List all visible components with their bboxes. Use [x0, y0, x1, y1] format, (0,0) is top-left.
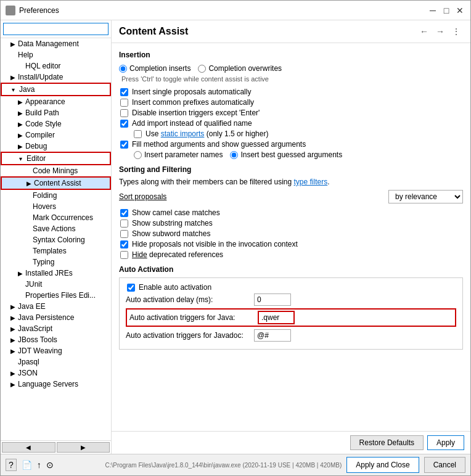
sidebar-item-jpasql[interactable]: Jpasql: [1, 356, 111, 367]
footer-right: C:\Program Files\Java\jre1.8.0_144\bin\j…: [105, 457, 465, 473]
expand-arrow: ▶: [10, 303, 17, 310]
sidebar-item-javascript[interactable]: ▶ JavaScript: [1, 323, 111, 334]
enable-auto-activation-checkbox[interactable]: [127, 284, 135, 292]
sidebar-item-editor[interactable]: ▾ Editor: [1, 152, 111, 165]
expand-arrow: ▾: [19, 155, 25, 162]
insert-parameter-names-text: Insert parameter names: [144, 150, 223, 159]
static-imports-link[interactable]: static imports: [161, 129, 205, 138]
sort-proposals-select[interactable]: by relevance alphabetically: [388, 190, 463, 203]
fill-method-arguments-checkbox[interactable]: [120, 141, 128, 149]
sidebar-item-hql-editor[interactable]: HQL editor: [1, 60, 111, 72]
sidebar-item-templates[interactable]: Templates: [1, 245, 111, 256]
cancel-button[interactable]: Cancel: [424, 457, 465, 473]
sidebar-item-label: Syntax Coloring: [33, 236, 85, 244]
sidebar-item-typing[interactable]: Typing: [1, 256, 111, 268]
restore-defaults-button[interactable]: Restore Defaults: [350, 435, 424, 450]
expand-arrow: ▶: [18, 270, 24, 277]
sidebar-item-properties-files[interactable]: Properties Files Edi...: [1, 290, 111, 301]
insert-common-prefixes-checkbox[interactable]: [120, 99, 128, 107]
title-bar: Preferences ─ □ ✕: [1, 1, 470, 20]
enable-auto-activation-label[interactable]: Enable auto activation: [139, 283, 211, 292]
java-triggers-row: Auto activation triggers for Java:: [126, 308, 456, 327]
type-filters-link[interactable]: type filters: [293, 178, 327, 186]
insert-parameter-names-label[interactable]: Insert parameter names: [134, 150, 223, 159]
document-icon[interactable]: 📄: [22, 460, 32, 470]
hide-proposals-label[interactable]: Hide proposals not visible in the invoca…: [132, 240, 298, 248]
show-camel-case-checkbox[interactable]: [120, 209, 128, 217]
sidebar-item-debug[interactable]: ▶ Debug: [1, 141, 111, 152]
use-static-imports-checkbox[interactable]: [134, 130, 142, 138]
sidebar-item-code-minings[interactable]: Code Minings: [1, 165, 111, 176]
circle-icon[interactable]: ⊙: [46, 460, 54, 470]
show-substring-label[interactable]: Show substring matches: [132, 219, 213, 228]
minimize-button[interactable]: ─: [427, 5, 438, 16]
show-subword-label[interactable]: Show subword matches: [132, 229, 210, 238]
use-static-imports-label[interactable]: Use static imports (only 1.5 or higher): [145, 129, 268, 138]
insert-parameter-names-radio[interactable]: [134, 151, 142, 159]
apply-and-close-button[interactable]: Apply and Close: [346, 457, 419, 473]
right-panel: Content Assist ← → ⋮ Insertion Completio…: [112, 20, 470, 454]
expand-arrow: ▶: [10, 74, 17, 81]
sidebar-item-language-servers[interactable]: ▶ Language Servers: [1, 379, 111, 390]
fill-method-arguments-label[interactable]: Fill method arguments and show guessed a…: [132, 140, 306, 149]
sidebar-item-build-path[interactable]: ▶ Build Path: [1, 107, 111, 118]
expand-arrow: ▶: [10, 326, 17, 332]
insert-single-label[interactable]: Insert single proposals automatically: [132, 88, 251, 96]
sidebar-item-data-management[interactable]: ▶ Data Management: [1, 38, 111, 49]
hide-deprecated-label[interactable]: Hide deprecated references: [132, 250, 223, 259]
sidebar-item-appearance[interactable]: ▶ Appearance: [1, 96, 111, 107]
expand-arrow: ▶: [10, 348, 17, 355]
javadoc-triggers-input[interactable]: [254, 329, 291, 342]
insert-best-guessed-label[interactable]: Insert best guessed arguments: [230, 150, 342, 159]
sidebar-item-jdt-weaving[interactable]: ▶ JDT Weaving: [1, 345, 111, 356]
sidebar-item-hovers[interactable]: Hovers: [1, 201, 111, 212]
sidebar-item-java-persistence[interactable]: ▶ Java Persistence: [1, 312, 111, 323]
insert-best-guessed-radio[interactable]: [230, 151, 238, 159]
show-substring-checkbox[interactable]: [120, 220, 128, 228]
upload-icon[interactable]: ↑: [37, 460, 41, 470]
show-camel-case-label[interactable]: Show camel case matches: [132, 208, 220, 217]
sidebar-item-installed-jres[interactable]: ▶ Installed JREs: [1, 268, 111, 279]
sidebar-item-mark-occurrences[interactable]: Mark Occurrences: [1, 212, 111, 223]
type-filters-text: Types along with their members can be fi…: [119, 178, 293, 186]
apply-button[interactable]: Apply: [427, 435, 464, 450]
completion-inserts-label[interactable]: Completion inserts: [119, 64, 190, 73]
sidebar-item-junit[interactable]: JUnit: [1, 279, 111, 290]
help-icon[interactable]: ?: [6, 459, 17, 471]
sidebar-item-folding[interactable]: Folding: [1, 190, 111, 201]
sidebar-item-label: Java: [19, 85, 35, 94]
add-import-label[interactable]: Add import instead of qualified name: [132, 119, 252, 128]
sidebar-item-content-assist[interactable]: ▶ Content Assist: [1, 176, 111, 190]
completion-overwrites-radio[interactable]: [198, 65, 206, 73]
sidebar-item-java-ee[interactable]: ▶ Java EE: [1, 301, 111, 312]
sidebar-item-save-actions[interactable]: Save Actions: [1, 223, 111, 234]
close-button[interactable]: ✕: [454, 5, 465, 16]
java-triggers-input[interactable]: [258, 311, 295, 324]
completion-overwrites-label[interactable]: Completion overwrites: [198, 64, 282, 73]
disable-insertion-triggers-checkbox[interactable]: [120, 109, 128, 117]
search-input[interactable]: [3, 23, 109, 35]
sidebar-item-install-update[interactable]: ▶ Install/Update: [1, 72, 111, 83]
delay-input[interactable]: [254, 293, 291, 306]
sidebar-item-help[interactable]: Help: [1, 49, 111, 60]
insert-common-prefixes-label[interactable]: Insert common prefixes automatically: [132, 98, 254, 107]
sidebar-item-syntax-coloring[interactable]: Syntax Coloring: [1, 234, 111, 245]
sidebar-item-json[interactable]: ▶ JSON: [1, 367, 111, 379]
insert-single-checkbox[interactable]: [120, 88, 128, 96]
nav-menu-button[interactable]: ⋮: [449, 25, 463, 38]
completion-inserts-radio[interactable]: [119, 65, 127, 73]
hide-deprecated-checkbox[interactable]: [120, 251, 128, 259]
nav-back-button[interactable]: ←: [417, 25, 431, 38]
nav-forward-button[interactable]: →: [433, 25, 447, 38]
sidebar-item-compiler[interactable]: ▶ Compiler: [1, 129, 111, 141]
scroll-left-button[interactable]: ◀: [2, 442, 55, 453]
scroll-right-button[interactable]: ▶: [57, 442, 110, 453]
hide-proposals-checkbox[interactable]: [120, 240, 128, 248]
maximize-button[interactable]: □: [441, 5, 452, 16]
disable-insertion-triggers-label[interactable]: Disable insertion triggers except 'Enter…: [132, 109, 260, 117]
sidebar-item-java[interactable]: ▾ Java: [1, 83, 111, 96]
sidebar-item-jboss-tools[interactable]: ▶ JBoss Tools: [1, 334, 111, 345]
sidebar-item-code-style[interactable]: ▶ Code Style: [1, 118, 111, 129]
show-subword-checkbox[interactable]: [120, 230, 128, 238]
add-import-checkbox[interactable]: [120, 120, 128, 128]
